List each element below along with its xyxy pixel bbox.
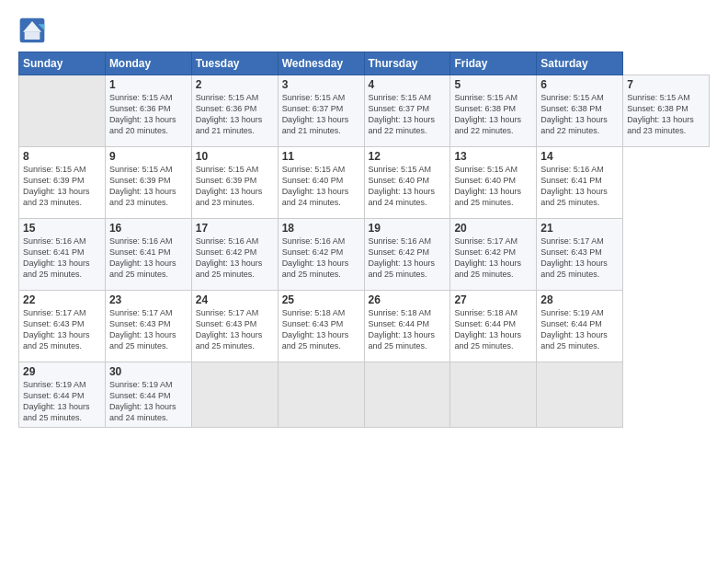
header [18, 17, 710, 44]
day-info: Sunrise: 5:16 AMSunset: 6:41 PMDaylight:… [109, 236, 176, 279]
calendar-day-cell: 14 Sunrise: 5:16 AMSunset: 6:41 PMDaylig… [537, 147, 623, 219]
calendar-day-cell: 12 Sunrise: 5:15 AMSunset: 6:40 PMDaylig… [364, 147, 450, 219]
day-info: Sunrise: 5:17 AMSunset: 6:42 PMDaylight:… [454, 236, 521, 279]
day-info: Sunrise: 5:16 AMSunset: 6:42 PMDaylight:… [369, 236, 436, 279]
calendar-day-cell: 20 Sunrise: 5:17 AMSunset: 6:42 PMDaylig… [450, 219, 537, 291]
day-number: 2 [196, 78, 274, 91]
calendar-day-cell: 19 Sunrise: 5:16 AMSunset: 6:42 PMDaylig… [364, 219, 450, 291]
day-info: Sunrise: 5:15 AMSunset: 6:39 PMDaylight:… [109, 165, 176, 207]
weekday-header: Wednesday [278, 52, 364, 75]
calendar-day-cell: 25 Sunrise: 5:18 AMSunset: 6:43 PMDaylig… [278, 291, 364, 362]
day-info: Sunrise: 5:18 AMSunset: 6:44 PMDaylight:… [454, 308, 521, 350]
day-info: Sunrise: 5:15 AMSunset: 6:40 PMDaylight:… [454, 165, 521, 207]
calendar-day-cell: 5 Sunrise: 5:15 AMSunset: 6:38 PMDayligh… [450, 75, 537, 147]
calendar-day-cell: 11 Sunrise: 5:15 AMSunset: 6:40 PMDaylig… [278, 147, 364, 219]
day-number: 10 [196, 150, 274, 163]
day-number: 23 [109, 293, 188, 306]
day-number: 6 [540, 78, 619, 91]
day-info: Sunrise: 5:15 AMSunset: 6:40 PMDaylight:… [369, 165, 436, 207]
day-number: 30 [109, 365, 188, 378]
calendar-day-cell [450, 362, 537, 428]
day-number: 13 [454, 150, 532, 163]
logo [18, 17, 50, 44]
calendar-table: SundayMondayTuesdayWednesdayThursdayFrid… [18, 52, 710, 428]
day-number: 25 [282, 293, 360, 306]
day-number: 24 [196, 293, 274, 306]
day-number: 1 [109, 78, 188, 91]
weekday-header: Monday [105, 52, 191, 75]
day-number: 7 [627, 78, 705, 91]
day-number: 18 [282, 222, 360, 235]
day-number: 27 [454, 293, 532, 306]
day-number: 17 [196, 222, 274, 235]
day-number: 14 [540, 150, 619, 163]
day-number: 26 [369, 293, 447, 306]
calendar-day-cell [278, 362, 364, 428]
day-number: 5 [454, 78, 532, 91]
day-info: Sunrise: 5:15 AMSunset: 6:36 PMDaylight:… [196, 93, 263, 135]
calendar-day-cell: 15 Sunrise: 5:16 AMSunset: 6:41 PMDaylig… [19, 219, 106, 291]
weekday-header: Thursday [364, 52, 450, 75]
calendar-day-cell: 16 Sunrise: 5:16 AMSunset: 6:41 PMDaylig… [105, 219, 191, 291]
calendar-day-cell [191, 362, 278, 428]
day-number: 15 [23, 222, 101, 235]
day-info: Sunrise: 5:16 AMSunset: 6:41 PMDaylight:… [540, 165, 608, 207]
day-info: Sunrise: 5:18 AMSunset: 6:43 PMDaylight:… [282, 308, 349, 350]
weekday-header: Tuesday [191, 52, 278, 75]
calendar-day-cell: 22 Sunrise: 5:17 AMSunset: 6:43 PMDaylig… [19, 291, 106, 362]
calendar-week-row: 8 Sunrise: 5:15 AMSunset: 6:39 PMDayligh… [19, 147, 710, 219]
day-info: Sunrise: 5:15 AMSunset: 6:39 PMDaylight:… [196, 165, 263, 207]
day-number: 4 [369, 78, 447, 91]
calendar-day-cell: 7 Sunrise: 5:15 AMSunset: 6:38 PMDayligh… [623, 75, 710, 147]
calendar-day-cell: 6 Sunrise: 5:15 AMSunset: 6:38 PMDayligh… [537, 75, 623, 147]
day-info: Sunrise: 5:17 AMSunset: 6:43 PMDaylight:… [23, 308, 90, 350]
day-info: Sunrise: 5:19 AMSunset: 6:44 PMDaylight:… [109, 380, 176, 422]
day-number: 28 [540, 293, 619, 306]
calendar-week-row: 29 Sunrise: 5:19 AMSunset: 6:44 PMDaylig… [19, 362, 710, 428]
calendar-day-cell: 30 Sunrise: 5:19 AMSunset: 6:44 PMDaylig… [105, 362, 191, 428]
day-number: 22 [23, 293, 101, 306]
day-info: Sunrise: 5:15 AMSunset: 6:38 PMDaylight:… [454, 93, 521, 135]
calendar-day-cell: 21 Sunrise: 5:17 AMSunset: 6:43 PMDaylig… [537, 219, 623, 291]
calendar-week-row: 1 Sunrise: 5:15 AMSunset: 6:36 PMDayligh… [19, 75, 710, 147]
calendar-day-cell: 2 Sunrise: 5:15 AMSunset: 6:36 PMDayligh… [191, 75, 278, 147]
day-info: Sunrise: 5:15 AMSunset: 6:38 PMDaylight:… [540, 93, 608, 135]
calendar-header-row: SundayMondayTuesdayWednesdayThursdayFrid… [19, 52, 710, 75]
weekday-header: Friday [450, 52, 537, 75]
day-info: Sunrise: 5:17 AMSunset: 6:43 PMDaylight:… [540, 236, 608, 279]
day-info: Sunrise: 5:16 AMSunset: 6:42 PMDaylight:… [196, 236, 263, 279]
day-info: Sunrise: 5:16 AMSunset: 6:41 PMDaylight:… [23, 236, 90, 279]
calendar-day-cell: 18 Sunrise: 5:16 AMSunset: 6:42 PMDaylig… [278, 219, 364, 291]
day-number: 3 [282, 78, 360, 91]
day-number: 20 [454, 222, 532, 235]
calendar-day-cell [364, 362, 450, 428]
calendar-day-cell: 28 Sunrise: 5:19 AMSunset: 6:44 PMDaylig… [537, 291, 623, 362]
day-info: Sunrise: 5:15 AMSunset: 6:37 PMDaylight:… [369, 93, 436, 135]
empty-cell [19, 75, 106, 147]
calendar-week-row: 22 Sunrise: 5:17 AMSunset: 6:43 PMDaylig… [19, 291, 710, 362]
page: SundayMondayTuesdayWednesdayThursdayFrid… [0, 0, 728, 563]
calendar-day-cell: 8 Sunrise: 5:15 AMSunset: 6:39 PMDayligh… [19, 147, 106, 219]
calendar-day-cell: 4 Sunrise: 5:15 AMSunset: 6:37 PMDayligh… [364, 75, 450, 147]
day-info: Sunrise: 5:19 AMSunset: 6:44 PMDaylight:… [23, 380, 90, 422]
calendar-day-cell: 13 Sunrise: 5:15 AMSunset: 6:40 PMDaylig… [450, 147, 537, 219]
day-info: Sunrise: 5:15 AMSunset: 6:39 PMDaylight:… [23, 165, 90, 207]
weekday-header: Sunday [19, 52, 106, 75]
day-info: Sunrise: 5:16 AMSunset: 6:42 PMDaylight:… [282, 236, 349, 279]
calendar-week-row: 15 Sunrise: 5:16 AMSunset: 6:41 PMDaylig… [19, 219, 710, 291]
calendar-day-cell [537, 362, 623, 428]
calendar-day-cell: 9 Sunrise: 5:15 AMSunset: 6:39 PMDayligh… [105, 147, 191, 219]
calendar-day-cell: 10 Sunrise: 5:15 AMSunset: 6:39 PMDaylig… [191, 147, 278, 219]
day-number: 21 [540, 222, 619, 235]
day-info: Sunrise: 5:17 AMSunset: 6:43 PMDaylight:… [196, 308, 263, 350]
calendar-day-cell: 17 Sunrise: 5:16 AMSunset: 6:42 PMDaylig… [191, 219, 278, 291]
day-number: 19 [369, 222, 447, 235]
calendar-day-cell: 23 Sunrise: 5:17 AMSunset: 6:43 PMDaylig… [105, 291, 191, 362]
calendar-day-cell: 29 Sunrise: 5:19 AMSunset: 6:44 PMDaylig… [19, 362, 106, 428]
calendar-day-cell: 3 Sunrise: 5:15 AMSunset: 6:37 PMDayligh… [278, 75, 364, 147]
day-info: Sunrise: 5:19 AMSunset: 6:44 PMDaylight:… [540, 308, 608, 350]
calendar-day-cell: 1 Sunrise: 5:15 AMSunset: 6:36 PMDayligh… [105, 75, 191, 147]
day-number: 9 [109, 150, 188, 163]
calendar-day-cell: 26 Sunrise: 5:18 AMSunset: 6:44 PMDaylig… [364, 291, 450, 362]
day-info: Sunrise: 5:18 AMSunset: 6:44 PMDaylight:… [369, 308, 436, 350]
